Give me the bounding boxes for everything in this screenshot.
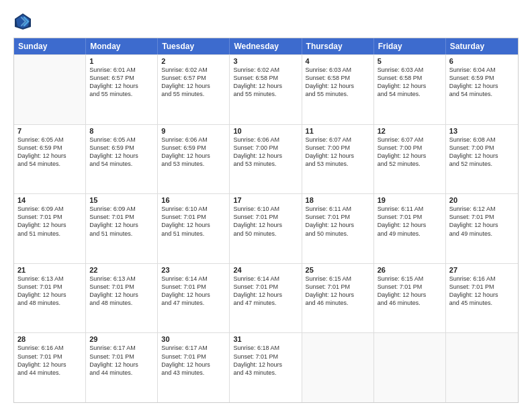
day-number: 26 bbox=[378, 266, 442, 274]
cell-line: Sunset: 7:01 PM bbox=[161, 283, 226, 291]
cell-line: Sunset: 7:00 PM bbox=[233, 144, 298, 152]
day-number: 8 bbox=[89, 127, 154, 135]
cell-line: Daylight: 12 hours bbox=[233, 291, 298, 299]
cal-header-friday: Friday bbox=[374, 38, 446, 54]
day-number: 30 bbox=[161, 335, 226, 343]
cell-line: and 48 minutes. bbox=[89, 299, 154, 307]
cal-cell-day-10: 10Sunrise: 6:06 AMSunset: 7:00 PMDayligh… bbox=[230, 125, 302, 194]
cell-line: and 55 minutes. bbox=[161, 90, 226, 98]
cell-line: and 47 minutes. bbox=[161, 299, 226, 307]
cell-line: Sunrise: 6:08 AM bbox=[449, 136, 515, 144]
cell-line: Daylight: 12 hours bbox=[306, 82, 370, 90]
cell-line: Daylight: 12 hours bbox=[161, 361, 226, 369]
cell-line: and 53 minutes. bbox=[306, 160, 370, 168]
cell-line: Sunset: 7:01 PM bbox=[233, 213, 298, 221]
cal-header-sunday: Sunday bbox=[14, 38, 86, 54]
cell-line: and 51 minutes. bbox=[89, 230, 154, 238]
cal-week-1: 1Sunrise: 6:01 AMSunset: 6:57 PMDaylight… bbox=[14, 54, 518, 124]
cell-line: Sunrise: 6:11 AM bbox=[306, 205, 370, 213]
cell-line: Sunrise: 6:06 AM bbox=[233, 136, 298, 144]
day-number: 29 bbox=[89, 335, 154, 343]
cell-line: and 55 minutes. bbox=[89, 90, 154, 98]
cell-line: Daylight: 12 hours bbox=[89, 361, 154, 369]
cal-week-3: 14Sunrise: 6:09 AMSunset: 7:01 PMDayligh… bbox=[14, 193, 518, 263]
cell-line: Daylight: 12 hours bbox=[161, 221, 226, 229]
cell-line: Sunrise: 6:07 AM bbox=[378, 136, 442, 144]
cell-line: Sunrise: 6:02 AM bbox=[233, 66, 298, 74]
cell-line: and 54 minutes. bbox=[449, 90, 515, 98]
cell-line: Daylight: 12 hours bbox=[306, 152, 370, 160]
cal-cell-day-17: 17Sunrise: 6:10 AMSunset: 7:01 PMDayligh… bbox=[230, 194, 302, 263]
day-number: 3 bbox=[233, 57, 298, 65]
cell-line: Sunset: 6:59 PM bbox=[161, 144, 226, 152]
cell-line: Daylight: 12 hours bbox=[378, 152, 442, 160]
cell-line: and 43 minutes. bbox=[161, 369, 226, 377]
cell-line: Daylight: 12 hours bbox=[233, 152, 298, 160]
cell-line: Sunset: 7:01 PM bbox=[306, 283, 370, 291]
cal-cell-day-13: 13Sunrise: 6:08 AMSunset: 7:00 PMDayligh… bbox=[446, 125, 518, 194]
cal-cell-day-12: 12Sunrise: 6:07 AMSunset: 7:00 PMDayligh… bbox=[374, 125, 446, 194]
cal-cell-day-31: 31Sunrise: 6:18 AMSunset: 7:01 PMDayligh… bbox=[230, 333, 302, 402]
cell-line: and 55 minutes. bbox=[306, 90, 370, 98]
cell-line: Sunrise: 6:10 AM bbox=[161, 205, 226, 213]
cell-line: Sunrise: 6:14 AM bbox=[161, 275, 226, 283]
cal-cell-day-30: 30Sunrise: 6:17 AMSunset: 7:01 PMDayligh… bbox=[158, 333, 230, 402]
cal-cell-day-25: 25Sunrise: 6:15 AMSunset: 7:01 PMDayligh… bbox=[302, 264, 374, 333]
cell-line: Sunrise: 6:05 AM bbox=[89, 136, 154, 144]
cell-line: Daylight: 12 hours bbox=[17, 152, 82, 160]
cal-cell-day-9: 9Sunrise: 6:06 AMSunset: 6:59 PMDaylight… bbox=[158, 125, 230, 194]
cell-line: Sunset: 7:01 PM bbox=[17, 213, 82, 221]
cal-cell-day-8: 8Sunrise: 6:05 AMSunset: 6:59 PMDaylight… bbox=[86, 125, 158, 194]
cell-line: Daylight: 12 hours bbox=[161, 82, 226, 90]
cell-line: Sunrise: 6:06 AM bbox=[161, 136, 226, 144]
cal-cell-day-18: 18Sunrise: 6:11 AMSunset: 7:01 PMDayligh… bbox=[302, 194, 374, 263]
cell-line: and 51 minutes. bbox=[17, 230, 82, 238]
cal-cell-day-16: 16Sunrise: 6:10 AMSunset: 7:01 PMDayligh… bbox=[158, 194, 230, 263]
cell-line: and 49 minutes. bbox=[449, 230, 515, 238]
cell-line: Sunset: 6:58 PM bbox=[233, 74, 298, 82]
cell-line: Sunset: 6:59 PM bbox=[89, 144, 154, 152]
day-number: 6 bbox=[449, 57, 515, 65]
day-number: 9 bbox=[161, 127, 226, 135]
day-number: 12 bbox=[378, 127, 442, 135]
day-number: 23 bbox=[161, 266, 226, 274]
cell-line: Daylight: 12 hours bbox=[161, 152, 226, 160]
day-number: 11 bbox=[306, 127, 370, 135]
cell-line: Sunset: 7:00 PM bbox=[449, 144, 515, 152]
cell-line: and 50 minutes. bbox=[233, 230, 298, 238]
day-number: 21 bbox=[17, 266, 82, 274]
cell-line: Sunrise: 6:15 AM bbox=[378, 275, 442, 283]
cell-line: Sunset: 7:01 PM bbox=[449, 283, 515, 291]
page: SundayMondayTuesdayWednesdayThursdayFrid… bbox=[0, 0, 532, 411]
cal-cell-day-11: 11Sunrise: 6:07 AMSunset: 7:00 PMDayligh… bbox=[302, 125, 374, 194]
cell-line: Daylight: 12 hours bbox=[449, 291, 515, 299]
cal-header-monday: Monday bbox=[86, 38, 158, 54]
cell-line: Daylight: 12 hours bbox=[306, 221, 370, 229]
calendar-header-row: SundayMondayTuesdayWednesdayThursdayFrid… bbox=[14, 38, 518, 54]
cell-line: Sunrise: 6:18 AM bbox=[233, 344, 298, 352]
cal-cell-day-20: 20Sunrise: 6:12 AMSunset: 7:01 PMDayligh… bbox=[446, 194, 518, 263]
cal-cell-day-29: 29Sunrise: 6:17 AMSunset: 7:01 PMDayligh… bbox=[86, 333, 158, 402]
cell-line: Sunrise: 6:07 AM bbox=[306, 136, 370, 144]
cell-line: Daylight: 12 hours bbox=[89, 152, 154, 160]
cal-cell-day-24: 24Sunrise: 6:14 AMSunset: 7:01 PMDayligh… bbox=[230, 264, 302, 333]
day-number: 10 bbox=[233, 127, 298, 135]
cal-cell-empty bbox=[302, 333, 374, 402]
cell-line: Daylight: 12 hours bbox=[89, 82, 154, 90]
cell-line: Daylight: 12 hours bbox=[17, 291, 82, 299]
day-number: 2 bbox=[161, 57, 226, 65]
cell-line: Sunset: 7:00 PM bbox=[378, 144, 442, 152]
cell-line: Sunset: 7:01 PM bbox=[89, 353, 154, 361]
cell-line: Sunset: 7:01 PM bbox=[89, 213, 154, 221]
cell-line: Sunrise: 6:17 AM bbox=[89, 344, 154, 352]
cal-cell-day-27: 27Sunrise: 6:16 AMSunset: 7:01 PMDayligh… bbox=[446, 264, 518, 333]
cell-line: Sunset: 6:57 PM bbox=[89, 74, 154, 82]
cal-week-5: 28Sunrise: 6:16 AMSunset: 7:01 PMDayligh… bbox=[14, 332, 518, 402]
day-number: 17 bbox=[233, 196, 298, 204]
cell-line: and 52 minutes. bbox=[449, 160, 515, 168]
cal-cell-day-23: 23Sunrise: 6:14 AMSunset: 7:01 PMDayligh… bbox=[158, 264, 230, 333]
cell-line: and 53 minutes. bbox=[233, 160, 298, 168]
cal-cell-empty bbox=[14, 55, 86, 124]
cal-header-tuesday: Tuesday bbox=[158, 38, 230, 54]
cell-line: Daylight: 12 hours bbox=[233, 361, 298, 369]
